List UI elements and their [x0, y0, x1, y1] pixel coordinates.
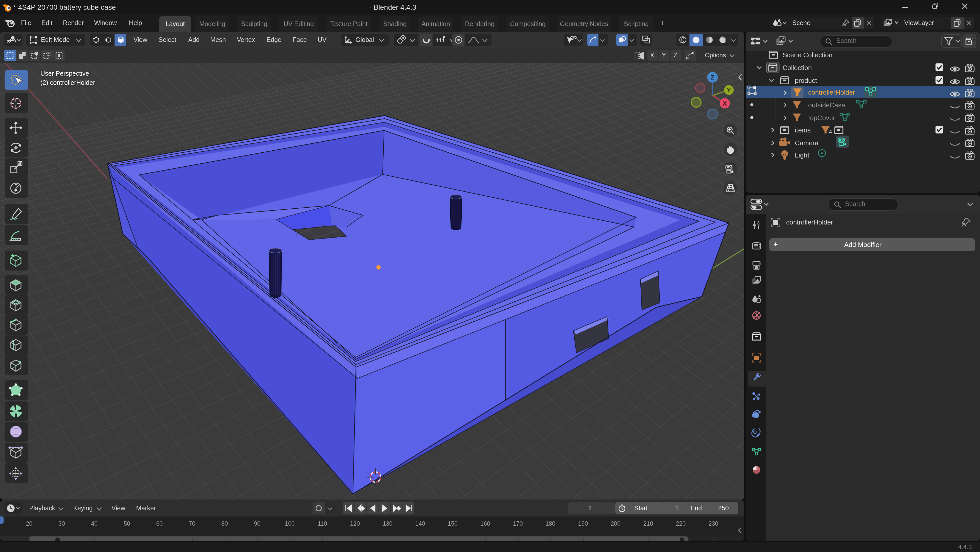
- svg-text:Z: Z: [711, 74, 714, 81]
- svg-text:Y: Y: [727, 87, 731, 94]
- svg-text:X: X: [723, 100, 727, 107]
